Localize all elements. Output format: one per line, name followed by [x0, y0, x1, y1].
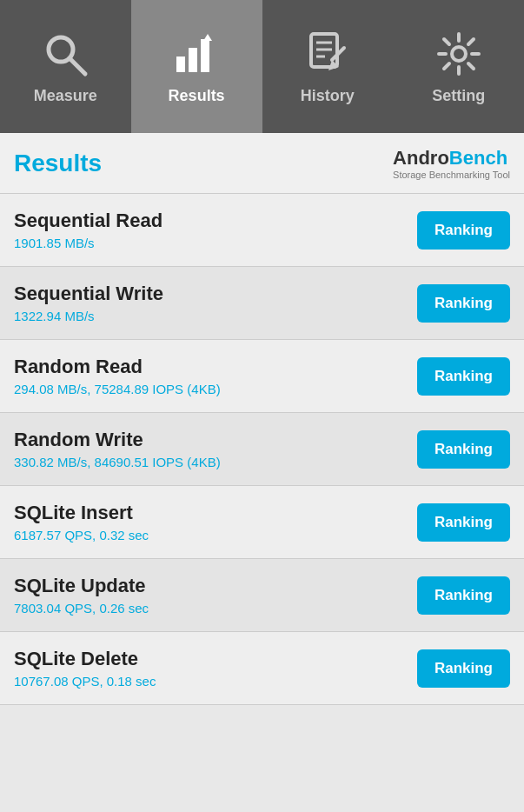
nav-item-setting[interactable]: Setting [393, 0, 524, 133]
result-name: SQLite Insert [14, 502, 149, 524]
result-name: Random Write [14, 429, 221, 451]
setting-label: Setting [432, 87, 485, 105]
brand-name: AndroBench Storage Benchmarking Tool [393, 147, 510, 180]
result-info: Random Write330.82 MB/s, 84690.51 IOPS (… [14, 429, 221, 469]
result-name: Random Read [14, 356, 221, 378]
nav-item-results[interactable]: Results [131, 0, 262, 133]
results-label: Results [169, 87, 225, 105]
nav-item-history[interactable]: History [262, 0, 394, 133]
result-value: 330.82 MB/s, 84690.51 IOPS (4KB) [14, 455, 221, 469]
result-value: 1901.85 MB/s [14, 236, 163, 250]
page-title: Results [14, 150, 102, 177]
ranking-button[interactable]: Ranking [417, 649, 510, 688]
result-info: Sequential Read1901.85 MB/s [14, 210, 163, 250]
result-value: 7803.04 QPS, 0.26 sec [14, 601, 149, 616]
result-name: SQLite Delete [14, 648, 156, 670]
svg-line-18 [468, 63, 474, 69]
result-value: 1322.94 MB/s [14, 309, 163, 323]
result-row: SQLite Insert6187.57 QPS, 0.32 secRankin… [0, 486, 524, 559]
result-row: SQLite Delete10767.08 QPS, 0.18 secRanki… [0, 632, 524, 705]
results-header: Results AndroBench Storage Benchmarking … [0, 133, 524, 194]
setting-icon [433, 28, 485, 80]
result-name: Sequential Read [14, 210, 163, 232]
ranking-button[interactable]: Ranking [417, 576, 510, 615]
result-row: Sequential Write1322.94 MB/sRanking [0, 267, 524, 340]
measure-icon [39, 28, 91, 80]
svg-line-20 [444, 63, 449, 69]
result-value: 10767.08 QPS, 0.18 sec [14, 674, 156, 689]
result-row: SQLite Update7803.04 QPS, 0.26 secRankin… [0, 559, 524, 632]
svg-rect-3 [189, 48, 197, 72]
ranking-button[interactable]: Ranking [417, 430, 510, 469]
result-info: Random Read294.08 MB/s, 75284.89 IOPS (4… [14, 356, 221, 396]
result-name: Sequential Write [14, 283, 163, 305]
result-row: Random Read294.08 MB/s, 75284.89 IOPS (4… [0, 340, 524, 413]
result-row: Sequential Read1901.85 MB/sRanking [0, 194, 524, 267]
result-info: SQLite Update7803.04 QPS, 0.26 sec [14, 575, 149, 616]
result-name: SQLite Update [14, 575, 149, 597]
brand-name-part2: Bench [449, 147, 507, 169]
svg-rect-2 [176, 57, 185, 72]
ranking-button[interactable]: Ranking [417, 211, 510, 250]
brand-name-part1: Andro [393, 147, 449, 169]
measure-label: Measure [34, 87, 97, 105]
brand-logo: AndroBench Storage Benchmarking Tool [382, 147, 510, 180]
nav-bar: Measure Results [0, 0, 524, 133]
result-value: 294.08 MB/s, 75284.89 IOPS (4KB) [14, 382, 221, 396]
ranking-button[interactable]: Ranking [417, 357, 510, 396]
results-icon [170, 28, 222, 80]
ranking-button[interactable]: Ranking [417, 503, 510, 542]
ranking-button[interactable]: Ranking [417, 284, 510, 323]
svg-line-1 [70, 58, 85, 74]
result-value: 6187.57 QPS, 0.32 sec [14, 528, 149, 542]
svg-line-17 [444, 39, 449, 44]
result-info: Sequential Write1322.94 MB/s [14, 283, 163, 323]
result-info: SQLite Insert6187.57 QPS, 0.32 sec [14, 502, 149, 542]
history-icon [302, 28, 354, 80]
nav-item-measure[interactable]: Measure [0, 0, 131, 133]
svg-line-19 [468, 39, 474, 44]
svg-rect-4 [201, 39, 209, 72]
svg-marker-5 [203, 34, 212, 41]
brand-subtitle: Storage Benchmarking Tool [393, 170, 510, 180]
history-label: History [301, 87, 355, 105]
brand-wrapper: AndroBench Storage Benchmarking Tool [382, 147, 510, 180]
result-info: SQLite Delete10767.08 QPS, 0.18 sec [14, 648, 156, 689]
svg-point-12 [452, 47, 466, 61]
results-list: Sequential Read1901.85 MB/sRankingSequen… [0, 194, 524, 705]
result-row: Random Write330.82 MB/s, 84690.51 IOPS (… [0, 413, 524, 486]
